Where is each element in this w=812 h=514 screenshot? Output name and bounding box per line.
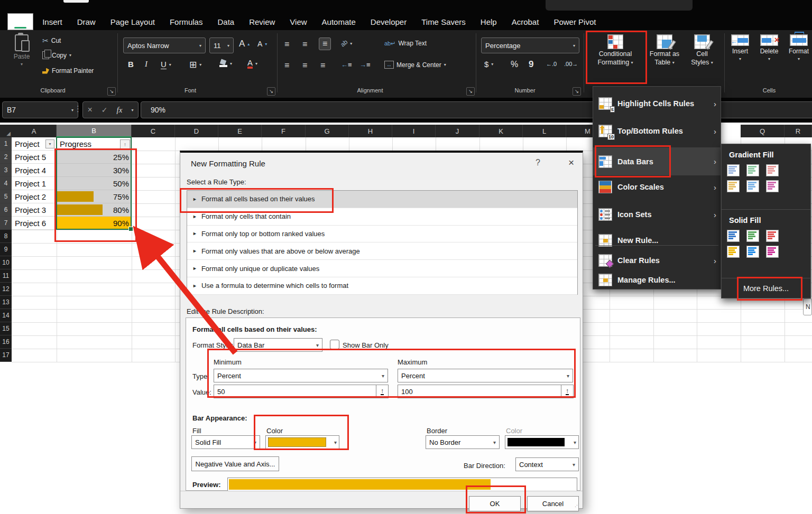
- menu-item-highlight-cells-rules[interactable]: ≤Highlight Cells Rules›: [593, 92, 721, 115]
- tab-data[interactable]: Data: [210, 13, 242, 30]
- data-bar-cell[interactable]: 80%: [57, 203, 132, 217]
- percent-style-button[interactable]: %: [511, 60, 518, 69]
- databar-swatch[interactable]: [727, 180, 740, 192]
- help-icon[interactable]: ?: [536, 158, 540, 167]
- format-cells-button[interactable]: Format ▾: [787, 34, 811, 61]
- format-as-table-button[interactable]: Format as Table ▾: [646, 34, 683, 66]
- column-header-c[interactable]: C: [132, 125, 175, 137]
- max-type-select[interactable]: Percent▾: [398, 369, 573, 382]
- fill-color-button[interactable]: ▾: [219, 60, 232, 67]
- grow-font-button[interactable]: A▴: [239, 39, 250, 49]
- font-size-select[interactable]: 11▾: [209, 38, 234, 53]
- tab-view[interactable]: View: [282, 13, 314, 30]
- align-left-button[interactable]: ≡: [284, 61, 289, 70]
- databar-swatch[interactable]: [766, 180, 779, 192]
- tab-draw[interactable]: Draw: [70, 13, 103, 30]
- number-dialog-launcher[interactable]: ↘: [573, 87, 581, 96]
- project-cell[interactable]: Project 6: [12, 217, 57, 230]
- tab-power-pivot[interactable]: Power Pivot: [546, 13, 603, 30]
- databar-swatch[interactable]: [727, 230, 740, 242]
- insert-cells-button[interactable]: ← Insert ▾: [728, 34, 752, 61]
- min-value-picker-button[interactable]: ↑: [376, 385, 389, 398]
- number-format-select[interactable]: Percentage▾: [481, 38, 579, 53]
- orientation-button[interactable]: ab ▾: [340, 40, 352, 47]
- column-header-b[interactable]: B: [57, 125, 132, 137]
- databar-swatch[interactable]: [746, 246, 759, 258]
- column-header-d[interactable]: D: [175, 125, 218, 137]
- row-header-17[interactable]: 17: [0, 349, 12, 362]
- menu-item-new-rule[interactable]: New Rule...: [593, 230, 721, 250]
- rule-type-item[interactable]: ►Format only unique or duplicate values: [187, 260, 577, 277]
- max-value-input[interactable]: 100: [398, 385, 561, 398]
- rule-type-item[interactable]: ►Use a formula to determine which cells …: [187, 277, 577, 295]
- align-right-button[interactable]: ≡: [320, 61, 325, 70]
- confirm-entry-icon[interactable]: ✓: [102, 106, 108, 114]
- row-header-13[interactable]: 13: [0, 296, 12, 309]
- close-icon[interactable]: ×: [568, 157, 574, 169]
- negative-value-axis-button[interactable]: Negative Value and Axis...: [191, 456, 279, 471]
- tab-formulas[interactable]: Formulas: [162, 13, 210, 30]
- more-rules-item[interactable]: More Rules...: [722, 278, 810, 298]
- column-header-r[interactable]: R: [785, 125, 812, 137]
- menu-item-top-bottom-rules[interactable]: 10Top/Bottom Rules›: [593, 119, 721, 143]
- shrink-font-button[interactable]: A▾: [257, 40, 267, 48]
- clipboard-dialog-launcher[interactable]: ↘: [107, 87, 116, 96]
- column-header-j[interactable]: J: [436, 125, 479, 137]
- border-select[interactable]: No Border▾: [426, 435, 500, 449]
- row-header-10[interactable]: 10: [0, 256, 12, 269]
- paste-button[interactable]: Paste ▾: [8, 34, 35, 67]
- row-header-12[interactable]: 12: [0, 283, 12, 296]
- rule-type-item[interactable]: ►Format all cells based on their values: [187, 191, 577, 208]
- tab-insert[interactable]: Insert: [35, 13, 70, 30]
- increase-decimal-button[interactable]: ←.0: [546, 61, 557, 67]
- row-header-16[interactable]: 16: [0, 335, 12, 349]
- font-name-select[interactable]: Aptos Narrow▾: [123, 38, 206, 53]
- tab-home[interactable]: Home: [7, 13, 33, 30]
- delete-cells-button[interactable]: × Delete ▾: [757, 34, 781, 61]
- row-header-14[interactable]: 14: [0, 309, 12, 322]
- menu-item-icon-sets[interactable]: Icon Sets›: [593, 203, 721, 226]
- row-header-3[interactable]: 3: [0, 164, 12, 177]
- select-all-corner[interactable]: ◢: [0, 125, 12, 137]
- copy-button[interactable]: Copy ▾: [42, 51, 71, 59]
- project-cell[interactable]: Project 4: [12, 164, 57, 177]
- sort-filter-icon[interactable]: ↑: [120, 139, 130, 149]
- bar-color-select[interactable]: ▾: [265, 435, 339, 449]
- column-header-l[interactable]: L: [523, 125, 566, 137]
- cell-styles-button[interactable]: Cell Styles ▾: [685, 34, 719, 66]
- filter-dropdown-icon[interactable]: ▾: [45, 139, 54, 148]
- row-header-6[interactable]: 6: [0, 203, 12, 217]
- row-header-4[interactable]: 4: [0, 177, 12, 190]
- borders-button[interactable]: ⊞ ▾: [189, 59, 201, 70]
- alignment-dialog-launcher[interactable]: ↘: [466, 87, 475, 96]
- decrease-indent-button[interactable]: ←≡: [341, 61, 352, 69]
- ok-button[interactable]: OK: [469, 496, 521, 511]
- cell-a1[interactable]: Project ▾: [12, 137, 57, 151]
- align-middle-button[interactable]: ≡: [302, 40, 307, 49]
- rule-type-item[interactable]: ►Format only values that are above or be…: [187, 242, 577, 260]
- accounting-format-button[interactable]: $▾: [484, 60, 493, 69]
- project-cell[interactable]: Project 1: [12, 177, 57, 190]
- column-header-h[interactable]: H: [349, 125, 392, 137]
- font-dialog-launcher[interactable]: ↘: [267, 87, 275, 96]
- column-header-f[interactable]: F: [262, 125, 306, 137]
- databar-swatch[interactable]: [746, 164, 759, 176]
- italic-button[interactable]: I: [145, 60, 147, 69]
- row-header-1[interactable]: 1: [0, 137, 12, 151]
- data-bar-cell[interactable]: 50%: [57, 177, 132, 190]
- rule-type-item[interactable]: ►Format only cells that contain: [187, 208, 577, 226]
- databar-swatch[interactable]: [766, 246, 779, 258]
- column-header-a[interactable]: A: [12, 125, 57, 137]
- databar-swatch[interactable]: [746, 180, 759, 192]
- bar-direction-select[interactable]: Context▾: [515, 457, 579, 471]
- comma-style-button[interactable]: 9: [529, 59, 533, 70]
- align-bottom-button[interactable]: ≡: [319, 38, 331, 50]
- row-header-8[interactable]: 8: [0, 230, 12, 243]
- databar-swatch[interactable]: [727, 164, 740, 176]
- project-cell[interactable]: Project 2: [12, 190, 57, 203]
- data-bar-cell[interactable]: 75%: [57, 190, 132, 203]
- cut-button[interactable]: ✂ Cut: [42, 36, 61, 45]
- chevron-down-icon[interactable]: ▾: [131, 108, 133, 113]
- databar-swatch[interactable]: [766, 230, 779, 242]
- font-color-button[interactable]: A ▾: [247, 59, 257, 69]
